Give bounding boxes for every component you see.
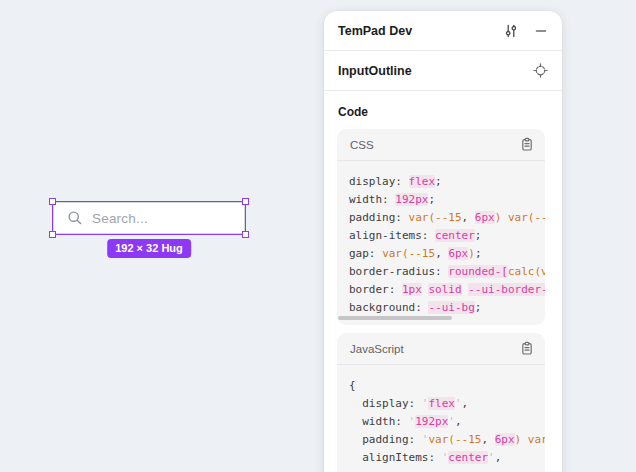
code-line: background: --ui-bg;	[349, 299, 545, 317]
code-line: display: flex;	[349, 173, 545, 191]
code-line: padding: 'var(--15, 6px) var	[349, 431, 545, 449]
tempad-dev-plugin-panel: TemPad Dev InputOutline	[324, 11, 562, 472]
code-line: padding: var(--15, 6px) var(--	[349, 209, 545, 227]
code-section-label: Code	[324, 91, 562, 129]
code-line: width: '192px',	[349, 413, 545, 431]
minimize-icon[interactable]	[534, 24, 548, 38]
javascript-card-header: JavaScript	[337, 333, 545, 365]
css-card-header: CSS	[337, 129, 545, 161]
code-line: border-radius: rounded-[calc(v	[349, 263, 545, 281]
copy-clipboard-icon[interactable]	[520, 137, 534, 152]
size-badge: 192 × 32 Hug	[107, 239, 191, 258]
horizontal-scrollbar-thumb[interactable]	[338, 316, 452, 320]
selected-component-row: InputOutline	[324, 51, 562, 91]
javascript-code-card: JavaScript { display: 'flex', width: '19…	[337, 333, 545, 472]
selection-handle-bottom-right[interactable]	[242, 231, 249, 238]
code-line: alignItems: 'center',	[349, 449, 545, 467]
selection-handle-top-left[interactable]	[49, 198, 56, 205]
magnifier-icon	[67, 210, 83, 226]
copy-clipboard-icon[interactable]	[520, 341, 534, 356]
javascript-code-area[interactable]: { display: 'flex', width: '192px', paddi…	[337, 365, 545, 472]
search-placeholder-text: Search...	[92, 211, 148, 226]
code-line: gap: var(--15, 6px);	[349, 245, 545, 263]
canvas-search-input-component[interactable]: Search...	[53, 202, 245, 234]
sliders-icon[interactable]	[503, 23, 519, 39]
css-language-label: CSS	[350, 139, 374, 151]
css-code-area[interactable]: display: flex;width: 192px;padding: var(…	[337, 161, 545, 325]
css-code-card: CSS display: flex;width: 192px;padding: …	[337, 129, 545, 325]
code-line: width: 192px;	[349, 191, 545, 209]
selection-handle-top-right[interactable]	[242, 198, 249, 205]
code-line: border: 1px solid --ui-border-	[349, 281, 545, 299]
code-line: {	[349, 377, 545, 395]
javascript-language-label: JavaScript	[350, 343, 404, 355]
component-name: InputOutline	[338, 64, 412, 78]
panel-header: TemPad Dev	[324, 11, 562, 51]
locate-target-icon[interactable]	[533, 63, 548, 78]
selection-handle-bottom-left[interactable]	[49, 231, 56, 238]
code-line: display: 'flex',	[349, 395, 545, 413]
code-line: align-items: center;	[349, 227, 545, 245]
panel-title: TemPad Dev	[338, 24, 412, 38]
